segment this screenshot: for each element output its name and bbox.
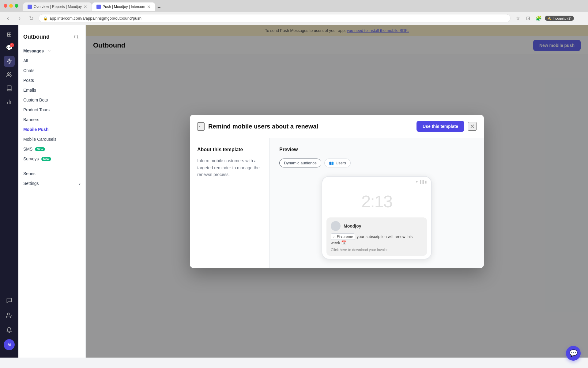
browser-tab-2[interactable]: Push | Moodjoy | Intercom ✕ xyxy=(92,2,155,11)
browser-toolbar: ‹ › ↻ 🔒 app.intercom.com/a/apps/nnsgmgob… xyxy=(0,12,588,25)
browser-tabs: Overview | Reports | Moodjoy ✕ Push | Mo… xyxy=(21,1,165,11)
sms-new-badge: New xyxy=(35,147,45,151)
nav-item-messages[interactable]: Messages xyxy=(18,46,85,56)
messages-dropdown-label: Messages xyxy=(23,48,44,53)
sidebar-icon-messages-bottom[interactable] xyxy=(4,295,15,306)
phone-status-bar: ▾ ▐▐ ▮ xyxy=(322,177,431,185)
notification-header: Moodjoy xyxy=(331,221,423,231)
sidebar-icon-notifications[interactable] xyxy=(4,324,15,335)
users-tag[interactable]: 👥 Users xyxy=(324,159,351,167)
refresh-button[interactable]: ↻ xyxy=(27,14,36,23)
extension-icon[interactable]: 🧩 xyxy=(534,14,543,23)
notification-subtext: Click here to download your invoice. xyxy=(331,248,423,252)
maximize-traffic-light[interactable] xyxy=(15,4,18,8)
app-name: Moodjoy xyxy=(344,224,361,228)
svg-point-7 xyxy=(74,35,78,38)
phone-mockup: ▾ ▐▐ ▮ 2:13 Moodjoy xyxy=(322,176,432,259)
sidebar-icon-reports[interactable] xyxy=(4,96,15,107)
nav-item-producttours[interactable]: Product Tours xyxy=(18,105,85,115)
modal-right-panel: Preview Dynamic audience 👥 Users xyxy=(270,138,484,268)
minimize-traffic-light[interactable] xyxy=(9,4,13,8)
sidebar-icon-avatar[interactable]: M xyxy=(4,339,15,350)
sidebar-icon-home[interactable]: ⊞ xyxy=(4,29,15,40)
nav-search-button[interactable] xyxy=(72,33,81,41)
svg-point-0 xyxy=(7,73,9,75)
modal-back-button[interactable]: ← xyxy=(197,122,205,131)
nav-item-settings[interactable]: Settings › xyxy=(18,178,85,188)
modal-title: Remind mobile users about a renewal xyxy=(208,123,318,130)
surveys-new-badge: New xyxy=(41,157,51,161)
tab-close-1[interactable]: ✕ xyxy=(84,4,87,9)
nav-title: Outbound xyxy=(23,34,50,40)
tab-favicon-2 xyxy=(96,5,101,9)
status-icons: ▾ ▐▐ ▮ xyxy=(416,180,427,184)
modal: ← Remind mobile users about a renewal Us… xyxy=(190,115,484,268)
modal-close-button[interactable]: ✕ xyxy=(468,122,477,131)
tab-close-2[interactable]: ✕ xyxy=(147,4,151,9)
main-content: To send Push Messages to users of your a… xyxy=(86,25,588,358)
support-chat-icon: 💬 xyxy=(569,349,578,357)
nav-header: Outbound xyxy=(18,30,85,46)
nav-item-sms[interactable]: SMS New xyxy=(18,144,85,154)
modal-title-area: ← Remind mobile users about a renewal xyxy=(197,122,318,131)
menu-icon[interactable]: ⋮ xyxy=(576,14,584,23)
users-tag-icon: 👥 xyxy=(329,161,334,165)
sidebar-icon-knowledge[interactable] xyxy=(4,83,15,94)
browser-chrome: Overview | Reports | Moodjoy ✕ Push | Mo… xyxy=(0,0,588,25)
nav-item-mobilepush[interactable]: Mobile Push xyxy=(18,125,85,134)
nav-item-mobilecarousels[interactable]: Mobile Carousels xyxy=(18,134,85,144)
browser-tab-1[interactable]: Overview | Reports | Moodjoy ✕ xyxy=(23,2,92,11)
incognito-label: Incognito (2) xyxy=(553,17,571,20)
nav-sidebar: Outbound Messages All Chats Posts Emails… xyxy=(18,25,86,358)
address-bar[interactable]: 🔒 app.intercom.com/a/apps/nnsgmgob/outbo… xyxy=(39,14,511,22)
toolbar-icons: ☆ ⊡ 🧩 🕵 Incognito (2) ⋮ xyxy=(514,14,584,23)
modal-left-panel: About this template Inform mobile custom… xyxy=(190,138,270,268)
dynamic-audience-tag[interactable]: Dynamic audience xyxy=(279,159,321,167)
tab-favicon-1 xyxy=(28,5,32,9)
users-tag-label: Users xyxy=(336,161,346,165)
first-name-tag: First name xyxy=(331,233,355,240)
modal-body: About this template Inform mobile custom… xyxy=(190,138,484,268)
svg-line-8 xyxy=(77,38,78,39)
app-container: ⊞ 💬 1 M xyxy=(0,25,588,358)
close-traffic-light[interactable] xyxy=(4,4,7,8)
sidebar-icon-outbound[interactable] xyxy=(4,56,15,67)
svg-point-4 xyxy=(7,313,9,315)
nav-item-surveys[interactable]: Surveys New xyxy=(18,154,85,164)
tab-label-2: Push | Moodjoy | Intercom xyxy=(103,5,145,9)
sidebar-icon-chat[interactable]: 💬 1 xyxy=(4,42,15,53)
incognito-badge: 🕵 Incognito (2) xyxy=(545,16,574,21)
about-template-title: About this template xyxy=(197,147,262,152)
incognito-icon: 🕵 xyxy=(547,16,552,20)
modal-overlay[interactable]: ← Remind mobile users about a renewal Us… xyxy=(86,25,588,358)
modal-header: ← Remind mobile users about a renewal Us… xyxy=(190,115,484,138)
bookmark-icon[interactable]: ☆ xyxy=(514,14,522,23)
sidebar-icons: ⊞ 💬 1 M xyxy=(0,25,18,358)
notification-badge: 1 xyxy=(10,43,14,47)
notification-body: First name your subscription will renew … xyxy=(331,233,423,246)
tab-label-1: Overview | Reports | Moodjoy xyxy=(34,5,82,9)
settings-chevron: › xyxy=(79,181,81,186)
about-template-description: Inform mobile customers with a targeted … xyxy=(197,157,262,178)
battery-icon: ▮ xyxy=(425,180,427,184)
nav-item-banners[interactable]: Banners xyxy=(18,115,85,125)
use-template-button[interactable]: Use this template xyxy=(417,121,464,132)
modal-actions: Use this template ✕ xyxy=(417,121,477,132)
forward-button[interactable]: › xyxy=(15,14,24,23)
nav-item-posts[interactable]: Posts xyxy=(18,75,85,85)
sidebar-icon-add-team[interactable] xyxy=(4,310,15,321)
nav-item-all[interactable]: All xyxy=(18,56,85,66)
back-button[interactable]: ‹ xyxy=(4,14,12,23)
nav-item-chats[interactable]: Chats xyxy=(18,66,85,75)
new-tab-button[interactable]: + xyxy=(156,5,163,11)
phone-time: 2:13 xyxy=(322,185,431,214)
screenshot-icon[interactable]: ⊡ xyxy=(524,14,533,23)
nav-item-series[interactable]: Series xyxy=(18,169,85,178)
traffic-lights xyxy=(4,4,18,8)
preview-tags: Dynamic audience 👥 Users xyxy=(279,159,474,167)
nav-item-emails[interactable]: Emails xyxy=(18,85,85,95)
sidebar-icon-users[interactable] xyxy=(4,69,15,80)
wifi-icon: ▾ xyxy=(416,180,418,184)
support-chat-bubble[interactable]: 💬 xyxy=(566,346,581,361)
nav-item-custombots[interactable]: Custom Bots xyxy=(18,95,85,105)
